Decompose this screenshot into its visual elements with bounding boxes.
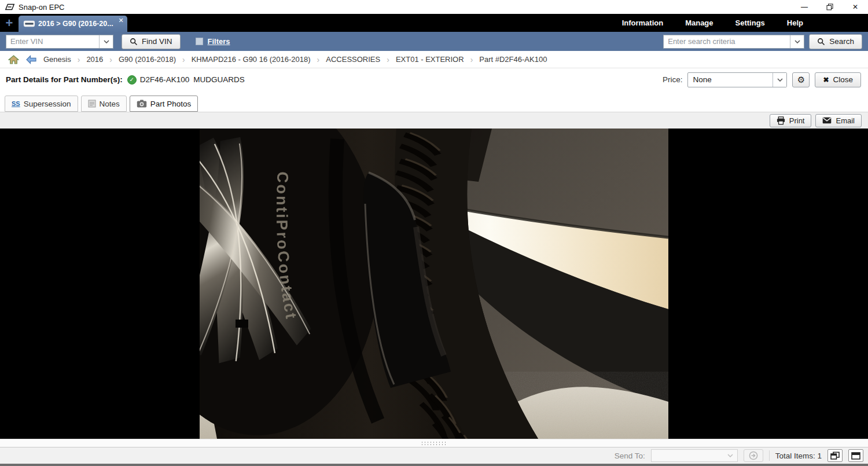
search-bar: Find VIN Filters Search (0, 32, 868, 51)
plus-icon: + (6, 16, 13, 31)
chevron-down-icon (777, 78, 783, 82)
breadcrumb-item-model[interactable]: G90 (2016-2018) (119, 55, 176, 64)
part-details-header: Part Details for Part Number(s): ✓ D2F46… (0, 68, 868, 91)
cascade-view-button[interactable] (827, 449, 843, 462)
send-button[interactable] (744, 449, 763, 462)
printer-icon (777, 116, 785, 125)
back-button[interactable] (25, 55, 37, 64)
settings-gear-button[interactable]: ⚙ (792, 72, 810, 87)
camera-icon (137, 100, 147, 108)
check-glyph: ✓ (130, 76, 134, 83)
price-dropdown-button[interactable] (773, 73, 786, 87)
menu-item-settings[interactable]: Settings (735, 19, 765, 27)
restore-button[interactable] (817, 0, 843, 14)
close-window-icon: ✕ (852, 3, 858, 11)
active-document-tab[interactable]: 2016 > G90 (2016-20... ✕ (19, 16, 127, 32)
criteria-search-group: Search (663, 34, 862, 49)
splitter-row (0, 439, 868, 447)
total-items: Total Items: 1 (775, 452, 822, 460)
close-window-button[interactable]: ✕ (843, 0, 868, 14)
send-to-dropdown-button[interactable] (723, 450, 737, 461)
close-x-icon: ✖ (823, 76, 829, 84)
filters-group: Filters (196, 37, 230, 46)
print-button[interactable]: Print (770, 114, 812, 127)
tab-part-photos[interactable]: Part Photos (130, 96, 198, 112)
part-details-label: Part Details for Part Number(s): (6, 75, 123, 84)
chevron-down-icon (795, 40, 800, 43)
criteria-dropdown-button[interactable] (790, 35, 804, 48)
vin-input-group (6, 35, 113, 49)
minimize-icon: — (801, 3, 808, 11)
vin-input[interactable] (6, 35, 99, 48)
splitter-handle[interactable] (421, 441, 447, 445)
breadcrumb-item-section[interactable]: EXT01 - EXTERIOR (396, 55, 464, 64)
part-photos-label: Part Photos (150, 100, 192, 108)
minimize-button[interactable]: — (792, 0, 817, 14)
chevron-right-icon: › (387, 55, 389, 64)
notes-label: Notes (100, 100, 120, 108)
chevron-down-icon (104, 40, 109, 43)
divider (769, 450, 770, 461)
email-label: Email (836, 116, 855, 125)
tab-close-icon[interactable]: ✕ (118, 17, 123, 24)
tab-supersession[interactable]: SS Supersession (5, 96, 78, 112)
filters-link[interactable]: Filters (208, 37, 230, 46)
chevron-right-icon: › (317, 55, 320, 64)
breadcrumb-item-accessories[interactable]: ACCESSORIES (326, 55, 380, 64)
tab-notes[interactable]: Notes (81, 96, 127, 112)
price-select[interactable]: None (687, 72, 787, 87)
close-part-details-button[interactable]: ✖ Close (815, 72, 861, 87)
send-to-value (652, 450, 723, 461)
search-icon (817, 38, 825, 46)
gear-icon: ⚙ (797, 75, 805, 85)
filters-checkbox[interactable] (196, 38, 203, 45)
email-button[interactable]: Email (815, 114, 862, 127)
new-tab-button[interactable]: + (0, 14, 19, 32)
find-vin-button[interactable]: Find VIN (122, 34, 181, 49)
tab-title: 2016 > G90 (2016-20... (38, 20, 113, 28)
menu-item-help[interactable]: Help (787, 19, 803, 27)
arrow-circle-icon (749, 451, 758, 460)
supersession-label: Supersession (24, 100, 71, 108)
chevron-right-icon: › (109, 55, 112, 64)
price-label: Price: (663, 75, 683, 84)
window-controls: — ✕ (792, 0, 868, 14)
breadcrumb-item-genesis[interactable]: Genesis (43, 55, 71, 64)
window-title: Snap-on EPC (19, 3, 65, 12)
part-number: D2F46-AK100 (140, 75, 190, 84)
notes-icon (88, 100, 96, 108)
chevron-right-icon: › (470, 55, 473, 64)
restore-icon (826, 3, 833, 10)
photo-viewer: ContiProContact (0, 129, 868, 439)
search-icon (130, 38, 138, 46)
breadcrumb-item-part[interactable]: Part #D2F46-AK100 (479, 55, 547, 64)
part-name: MUDGUARDS (193, 75, 245, 84)
print-label: Print (789, 116, 805, 125)
search-button[interactable]: Search (809, 34, 862, 49)
app-window: Snap-on EPC — ✕ + 2016 > G90 (2016-20...… (0, 0, 868, 466)
status-check-icon: ✓ (127, 75, 137, 85)
menu-item-information[interactable]: Information (622, 19, 664, 27)
vin-dropdown-button[interactable] (99, 35, 113, 48)
search-criteria-input[interactable] (664, 35, 790, 48)
supersession-icon: SS (12, 100, 20, 107)
criteria-input-group (663, 35, 804, 49)
main-menu: Information Manage Settings Help (622, 14, 868, 32)
vehicle-icon (23, 20, 35, 28)
maximize-window-icon (851, 452, 860, 460)
search-label: Search (829, 37, 854, 46)
breadcrumb-item-year[interactable]: 2016 (86, 55, 103, 64)
maximize-view-button[interactable] (848, 449, 863, 462)
send-to-label: Send To: (615, 452, 645, 460)
breadcrumb-item-catalog[interactable]: KHMAPD216 - G90 16 (2016-2018) (192, 55, 311, 64)
part-header-actions: Price: None ⚙ ✖ Close (663, 72, 861, 87)
photo-toolbar: Print Email (0, 112, 868, 129)
envelope-icon (822, 117, 832, 124)
menu-item-manage[interactable]: Manage (685, 19, 713, 27)
send-to-select[interactable] (651, 449, 738, 462)
home-icon (8, 55, 19, 64)
chevron-right-icon: › (78, 55, 80, 64)
chevron-right-icon: › (182, 55, 185, 64)
cascade-windows-icon (830, 452, 840, 460)
home-button[interactable] (8, 55, 19, 64)
